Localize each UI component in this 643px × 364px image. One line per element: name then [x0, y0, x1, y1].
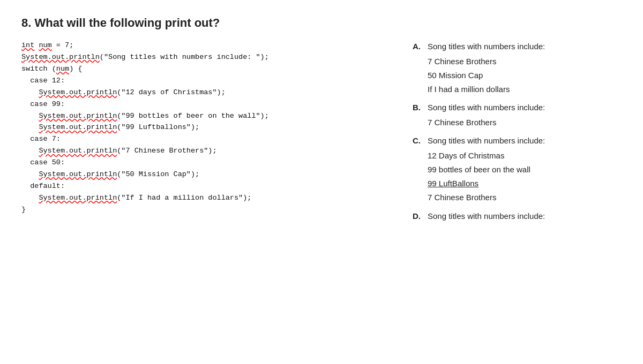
answer-a-label: A.	[413, 40, 423, 54]
println-1: System.out.println	[21, 53, 100, 61]
answer-c-item-1: 12 Days of Christmas	[428, 149, 622, 163]
answers-section: A. Song titles with numbers include: 7 C…	[397, 40, 622, 227]
keyword-int: int	[21, 41, 34, 49]
println-7: System.out.println	[39, 194, 117, 202]
var-num: num	[39, 41, 51, 49]
switch-num: num	[56, 65, 69, 73]
println-3: System.out.println	[39, 112, 117, 120]
answer-d: D. Song titles with numbers include:	[413, 209, 622, 223]
println-5: System.out.println	[39, 147, 117, 155]
answer-a-items: 7 Chinese Brothers 50 Mission Cap If I h…	[413, 55, 622, 97]
answer-b-item-1: 7 Chinese Brothers	[428, 116, 622, 130]
question-text: What will the following print out?	[34, 16, 220, 29]
answer-b-label: B.	[413, 101, 423, 115]
answer-c-items: 12 Days of Christmas 99 bottles of beer …	[413, 149, 622, 205]
println-2: System.out.println	[39, 88, 117, 96]
answer-c-intro: Song titles with numbers include:	[428, 134, 622, 148]
answer-d-intro: Song titles with numbers include:	[428, 209, 622, 223]
answer-b-intro: Song titles with numbers include:	[428, 101, 622, 115]
luftballons-underline: 99 LuftBallons	[428, 179, 478, 188]
answer-c-item-3: 99 LuftBallons	[428, 177, 622, 191]
answer-a-item-3: If I had a million dollars	[428, 82, 622, 96]
answer-b: B. Song titles with numbers include: 7 C…	[413, 101, 622, 130]
code-block: int num = 7; System.out.println("Song ti…	[21, 40, 397, 216]
answer-a-item-2: 50 Mission Cap	[428, 69, 622, 82]
answer-c-item-4: 7 Chinese Brothers	[428, 191, 622, 204]
answer-a-item-1: 7 Chinese Brothers	[428, 55, 622, 69]
code-section: int num = 7; System.out.println("Song ti…	[21, 40, 397, 227]
answer-d-label: D.	[413, 209, 423, 223]
answer-c: C. Song titles with numbers include: 12 …	[413, 134, 622, 205]
answer-a: A. Song titles with numbers include: 7 C…	[413, 40, 622, 96]
question-number: 8.	[21, 16, 31, 29]
question-heading: 8. What will the following print out?	[21, 16, 622, 30]
answer-c-label: C.	[413, 134, 423, 148]
println-4: System.out.println	[39, 123, 117, 131]
content-area: int num = 7; System.out.println("Song ti…	[21, 40, 622, 227]
answer-b-items: 7 Chinese Brothers	[413, 116, 622, 130]
println-6: System.out.println	[39, 170, 117, 178]
answer-a-intro: Song titles with numbers include:	[428, 40, 622, 54]
answer-c-item-2: 99 bottles of beer on the wall	[428, 163, 622, 177]
